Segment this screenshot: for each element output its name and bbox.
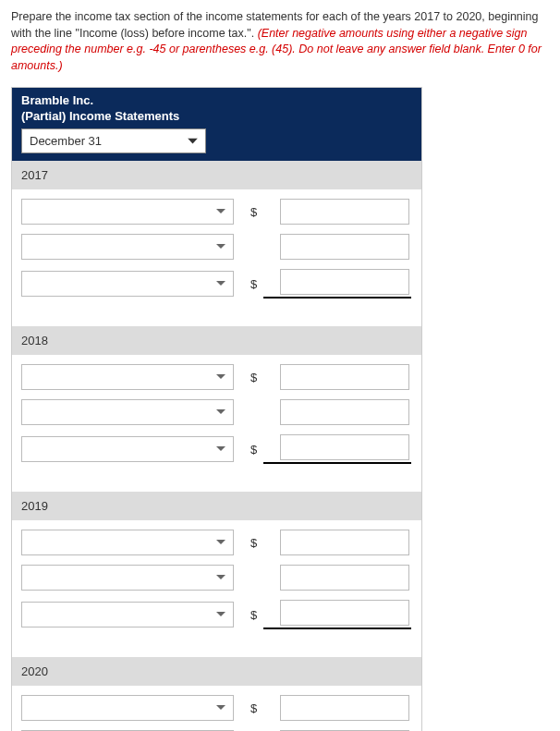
account-select[interactable] <box>21 234 234 260</box>
amount-cell <box>280 364 409 390</box>
amount-cell <box>280 695 409 721</box>
line-row: $ <box>21 364 412 390</box>
account-select[interactable] <box>21 271 234 297</box>
amount-input[interactable] <box>280 364 409 390</box>
currency-symbol: $ <box>250 701 263 715</box>
chevron-down-icon <box>216 540 225 545</box>
account-select[interactable] <box>21 199 234 225</box>
date-select[interactable]: December 31 <box>21 128 206 153</box>
amount-cell <box>280 530 409 555</box>
statement-header: Bramble Inc. (Partial) Income Statements… <box>12 88 421 161</box>
chevron-down-icon <box>216 281 225 286</box>
year-header-2019: 2019 <box>12 492 421 520</box>
rows-2020: $ $ $ <box>12 686 421 731</box>
rows-2018: $ $ $ <box>12 355 421 492</box>
line-row: $ <box>21 234 412 260</box>
line-row: $ <box>21 434 412 464</box>
line-row: $ <box>21 399 412 425</box>
line-row: $ <box>21 199 412 225</box>
amount-input[interactable] <box>280 530 409 555</box>
amount-cell <box>280 199 409 225</box>
amount-input[interactable] <box>280 234 409 260</box>
amount-input[interactable] <box>280 434 409 460</box>
amount-cell <box>280 269 411 298</box>
account-select[interactable] <box>21 530 234 555</box>
amount-cell <box>280 399 409 425</box>
amount-cell <box>280 600 411 629</box>
account-select[interactable] <box>21 695 234 721</box>
year-label: 2019 <box>21 499 48 513</box>
chevron-down-icon <box>216 705 225 711</box>
income-statement-container: Bramble Inc. (Partial) Income Statements… <box>11 87 422 731</box>
company-name: Bramble Inc. <box>21 93 412 107</box>
total-underline <box>263 462 411 464</box>
chevron-down-icon <box>216 612 225 617</box>
line-row: $ <box>21 600 412 629</box>
rows-2017: $ $ $ <box>12 189 421 326</box>
chevron-down-icon <box>216 209 225 214</box>
year-label: 2017 <box>21 168 48 182</box>
amount-input[interactable] <box>280 269 409 295</box>
total-underline <box>263 297 411 298</box>
rows-2019: $ $ $ <box>12 520 421 657</box>
account-select[interactable] <box>21 364 234 390</box>
year-header-2020: 2020 <box>12 657 421 686</box>
currency-symbol: $ <box>250 536 263 550</box>
chevron-down-icon <box>188 138 198 144</box>
amount-cell <box>280 434 411 464</box>
line-row: $ <box>21 695 412 721</box>
statement-subtitle: (Partial) Income Statements <box>21 109 412 123</box>
amount-cell <box>280 565 409 591</box>
year-header-2017: 2017 <box>12 161 421 189</box>
chevron-down-icon <box>216 575 225 580</box>
currency-symbol: $ <box>250 371 263 384</box>
chevron-down-icon <box>216 409 225 415</box>
amount-input[interactable] <box>280 695 409 721</box>
year-label: 2020 <box>21 664 48 678</box>
line-row: $ <box>21 530 412 555</box>
account-select[interactable] <box>21 436 234 462</box>
date-select-value: December 31 <box>22 129 205 152</box>
total-underline <box>263 627 411 629</box>
amount-input[interactable] <box>280 565 409 591</box>
account-select[interactable] <box>21 602 234 627</box>
currency-symbol: $ <box>250 443 263 457</box>
amount-input[interactable] <box>280 199 409 225</box>
line-row: $ <box>21 565 412 591</box>
chevron-down-icon <box>216 244 225 250</box>
account-select[interactable] <box>21 565 234 591</box>
currency-symbol: $ <box>250 277 263 291</box>
account-select[interactable] <box>21 399 234 425</box>
chevron-down-icon <box>216 374 225 380</box>
amount-input[interactable] <box>280 399 409 425</box>
year-label: 2018 <box>21 334 48 347</box>
line-row: $ <box>21 269 412 298</box>
currency-symbol: $ <box>250 205 263 219</box>
amount-cell <box>280 234 409 260</box>
amount-input[interactable] <box>280 600 409 626</box>
chevron-down-icon <box>216 446 225 452</box>
currency-symbol: $ <box>250 608 263 622</box>
year-header-2018: 2018 <box>12 326 421 355</box>
instructions-text: Prepare the income tax section of the in… <box>11 9 549 74</box>
